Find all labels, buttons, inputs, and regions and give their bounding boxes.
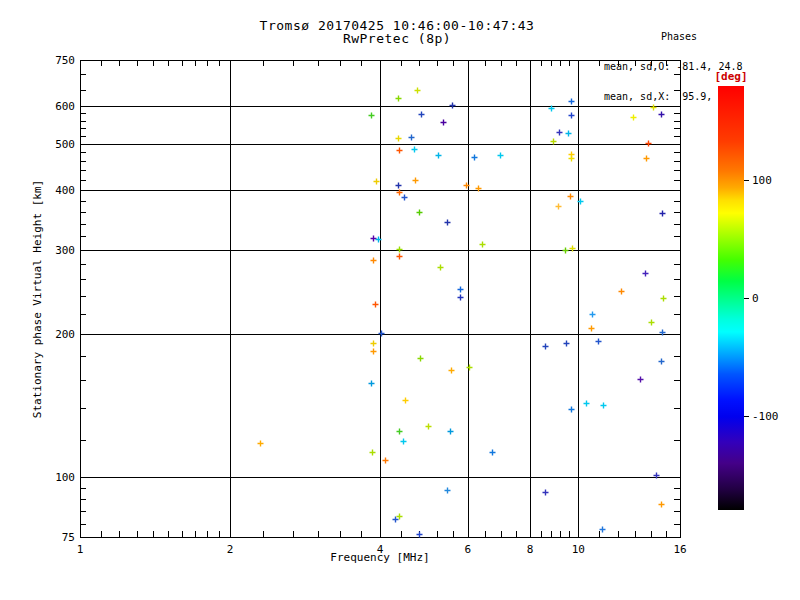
scatter-point bbox=[472, 155, 478, 161]
x-tick-label: 6 bbox=[464, 543, 471, 556]
scatter-point bbox=[396, 183, 402, 189]
scatter-point bbox=[649, 320, 655, 326]
scatter-point bbox=[396, 136, 402, 142]
scatter-point bbox=[397, 247, 403, 253]
scatter-point bbox=[413, 178, 419, 184]
scatter-point bbox=[557, 130, 563, 136]
scatter-point bbox=[417, 532, 423, 538]
scatter-point bbox=[569, 99, 575, 105]
y-tick-label: 75 bbox=[62, 531, 75, 544]
scatter-point bbox=[374, 179, 380, 185]
y-tick-label: 300 bbox=[55, 244, 75, 257]
scatter-point bbox=[563, 248, 569, 254]
scatter-point bbox=[590, 312, 596, 318]
colorbar-tick-label: 0 bbox=[752, 292, 759, 305]
y-tick-label: 200 bbox=[55, 328, 75, 341]
scatter-point bbox=[418, 356, 424, 362]
scatter-point bbox=[415, 88, 421, 94]
scatter-point bbox=[644, 156, 650, 162]
scatter-point bbox=[409, 135, 415, 141]
scatter-point bbox=[659, 359, 665, 365]
scatter-point bbox=[397, 429, 403, 435]
scatter-point bbox=[458, 287, 464, 293]
scatter-point bbox=[449, 368, 455, 374]
scatter-point bbox=[371, 341, 377, 347]
scatter-point bbox=[566, 131, 572, 137]
scatter-point bbox=[543, 490, 549, 496]
scatter-point bbox=[651, 105, 657, 111]
scatter-point bbox=[445, 488, 451, 494]
scatter-point bbox=[543, 344, 549, 350]
scatter-point bbox=[371, 349, 377, 355]
scatter-point bbox=[426, 424, 432, 430]
colorbar-tick-label: -100 bbox=[752, 410, 779, 423]
x-tick-label: 8 bbox=[527, 543, 534, 556]
scatter-point bbox=[467, 365, 473, 371]
scatter-point bbox=[556, 204, 562, 210]
scatter-point bbox=[638, 377, 644, 383]
x-tick-label: 1 bbox=[77, 543, 84, 556]
scatter-point bbox=[369, 381, 375, 387]
scatter-point bbox=[448, 429, 454, 435]
scatter-point bbox=[584, 401, 590, 407]
scatter-point bbox=[436, 153, 442, 159]
scatter-point bbox=[569, 407, 575, 413]
y-tick-label: 750 bbox=[55, 54, 75, 67]
scatter-point bbox=[371, 258, 377, 264]
scatter-point bbox=[397, 148, 403, 154]
scatter-point bbox=[569, 113, 575, 119]
scatter-point bbox=[659, 502, 665, 508]
y-tick-label: 400 bbox=[55, 184, 75, 197]
scatter-point bbox=[458, 295, 464, 301]
scatter-point bbox=[596, 339, 602, 345]
y-tick-label: 100 bbox=[55, 471, 75, 484]
scatter-point bbox=[396, 96, 402, 102]
scatter-point bbox=[600, 527, 606, 533]
scatter-point bbox=[450, 103, 456, 109]
scatter-point bbox=[661, 296, 667, 302]
y-tick-label: 600 bbox=[55, 100, 75, 113]
scatter-point bbox=[569, 156, 575, 162]
scatter-point bbox=[660, 211, 666, 217]
scatter-point bbox=[402, 195, 408, 201]
plot-area: 124681016751002003004005006007501000-100 bbox=[0, 0, 800, 600]
x-tick-label: 2 bbox=[227, 543, 234, 556]
scatter-point bbox=[589, 326, 595, 332]
scatter-point bbox=[490, 450, 496, 456]
scatter-point bbox=[373, 302, 379, 308]
scatter-point bbox=[397, 254, 403, 260]
scatter-point bbox=[498, 153, 504, 159]
scatter-point bbox=[643, 271, 649, 277]
scatter-point bbox=[568, 194, 574, 200]
scatter-point bbox=[601, 403, 607, 409]
scatter-point bbox=[445, 220, 451, 226]
scatter-point bbox=[419, 112, 425, 118]
scatter-point bbox=[370, 450, 376, 456]
colorbar-tick-label: 100 bbox=[752, 174, 772, 187]
scatter-point bbox=[619, 289, 625, 295]
scatter-point bbox=[379, 331, 385, 337]
scatter-point bbox=[403, 398, 409, 404]
scatter-point bbox=[417, 210, 423, 216]
scatter-point bbox=[401, 439, 407, 445]
scatter-point bbox=[369, 113, 375, 119]
scatter-point bbox=[438, 265, 444, 271]
scatter-point bbox=[564, 341, 570, 347]
scatter-point bbox=[480, 242, 486, 248]
scatter-point bbox=[371, 236, 377, 242]
scatter-point bbox=[659, 112, 665, 118]
scatter-point bbox=[646, 141, 652, 147]
x-tick-label: 16 bbox=[673, 543, 686, 556]
scatter-point bbox=[393, 517, 399, 523]
x-tick-label: 10 bbox=[572, 543, 585, 556]
scatter-point bbox=[383, 458, 389, 464]
x-tick-label: 4 bbox=[377, 543, 384, 556]
scatter-point bbox=[412, 147, 418, 153]
scatter-point bbox=[258, 441, 264, 447]
scatter-point bbox=[441, 120, 447, 126]
y-tick-label: 500 bbox=[55, 138, 75, 151]
scatter-point bbox=[397, 514, 403, 520]
scatter-point bbox=[551, 139, 557, 145]
scatter-point bbox=[631, 115, 637, 121]
